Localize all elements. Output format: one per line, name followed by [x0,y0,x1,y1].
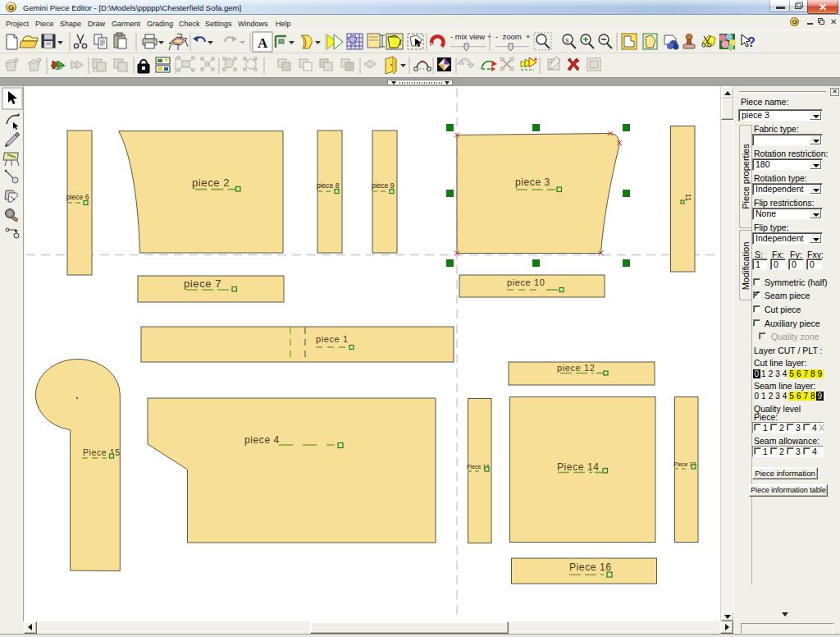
svg-text:piece 4: piece 4 [244,434,280,446]
svg-text:piece 3: piece 3 [515,176,550,188]
svg-text:11: 11 [684,194,692,201]
svg-text:- mix view +: - mix view + [450,32,492,41]
svg-text:piece 8: piece 8 [317,181,340,190]
svg-text:Piece 16: Piece 16 [569,561,612,573]
svg-text:piece 1: piece 1 [316,334,349,344]
svg-text:s: s [565,36,569,44]
svg-text:A: A [258,35,268,51]
svg-text:Piece 15: Piece 15 [83,447,121,457]
svg-text:?: ? [747,35,756,49]
svg-text:piece 2: piece 2 [192,176,230,189]
svg-text:piece 7: piece 7 [184,277,221,290]
svg-text:- zoom +: - zoom + [495,32,531,41]
svg-text:piece 9: piece 9 [372,181,395,190]
svg-text:piece 10: piece 10 [507,277,545,287]
svg-text:Piece 14: Piece 14 [557,461,600,473]
svg-text:piece 12: piece 12 [557,363,595,373]
svg-text:piece 6: piece 6 [66,193,89,201]
